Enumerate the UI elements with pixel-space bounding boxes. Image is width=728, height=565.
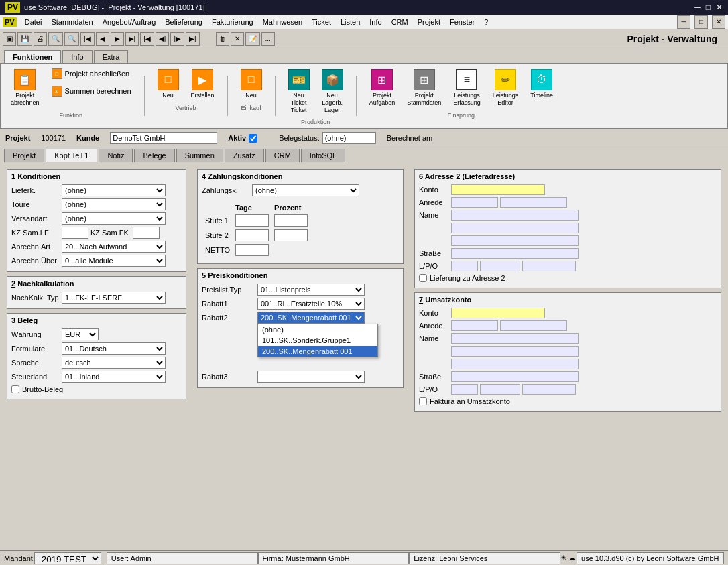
tab-zusatz[interactable]: Zusatz bbox=[225, 149, 264, 162]
tab-projekt[interactable]: Projekt bbox=[4, 149, 44, 162]
nav-btn-first[interactable]: |◀ bbox=[80, 32, 95, 46]
umsat-anrede-input1[interactable] bbox=[451, 320, 498, 331]
abrechn-ueber-select[interactable]: 0...alle Module bbox=[62, 255, 166, 267]
btn-neu-einkauf[interactable]: □ Neu bbox=[236, 66, 267, 102]
tab-notiz[interactable]: Notiz bbox=[99, 149, 133, 162]
steuerland-select[interactable]: 01...Inland bbox=[62, 371, 166, 383]
umsat-lpo-input1[interactable] bbox=[451, 384, 478, 395]
toure-select[interactable]: (ohne) bbox=[62, 198, 166, 210]
nav-btn-8[interactable]: ▶| bbox=[186, 32, 200, 46]
preislist-select[interactable]: 01...Listenpreis bbox=[257, 284, 365, 296]
btn-neu-lager[interactable]: 📦 NeuLagerb.Lager bbox=[317, 66, 348, 116]
formulare-select[interactable]: 01...Deutsch bbox=[62, 342, 166, 355]
inner-close[interactable]: ✕ bbox=[712, 15, 725, 29]
menu-angebot[interactable]: Angebot/Auftrag bbox=[99, 17, 160, 27]
minimize-button[interactable]: ─ bbox=[694, 3, 701, 12]
addr2-name-input3[interactable] bbox=[451, 235, 579, 246]
tab-summen[interactable]: Summen bbox=[176, 149, 223, 162]
umsat-konto-input[interactable] bbox=[451, 308, 545, 318]
waehrung-select[interactable]: EUR bbox=[62, 328, 99, 340]
aktiv-checkbox[interactable] bbox=[249, 134, 257, 143]
nav-btn-3[interactable]: 🖨 bbox=[34, 32, 47, 46]
menu-help[interactable]: ? bbox=[480, 17, 492, 27]
btn-leistungs-editor[interactable]: ✏ LeistungsEditor bbox=[488, 66, 524, 109]
nav-btn-x[interactable]: ✕ bbox=[231, 32, 244, 46]
close-button[interactable]: ✕ bbox=[716, 3, 723, 12]
stufe2-prozent[interactable] bbox=[274, 229, 308, 241]
stufe2-tage[interactable] bbox=[235, 229, 269, 241]
menu-datei[interactable]: Datei bbox=[21, 17, 46, 27]
maximize-button[interactable]: □ bbox=[706, 3, 711, 12]
menu-ticket[interactable]: Ticket bbox=[308, 17, 335, 27]
kz-samlf-input[interactable] bbox=[62, 227, 88, 239]
nav-btn-2[interactable]: 💾 bbox=[17, 32, 32, 46]
dropdown-item-ohne[interactable]: (ohne) bbox=[258, 324, 377, 335]
dropdown-item-mengen[interactable]: 200..SK..Mengenrabatt 001 bbox=[258, 346, 377, 357]
menu-crm[interactable]: CRM bbox=[387, 17, 412, 27]
menu-fenster[interactable]: Fenster bbox=[446, 17, 479, 27]
btn-projekt-stammdaten[interactable]: ⊞ ProjektStammdaten bbox=[402, 66, 446, 109]
tab-infosql[interactable]: InfoSQL bbox=[301, 149, 345, 162]
btn-projekt-abrechnen[interactable]: 📋 Projektabrechnen bbox=[6, 66, 44, 109]
nav-btn-7[interactable]: |▶ bbox=[170, 32, 184, 46]
addr2-konto-input[interactable] bbox=[451, 184, 545, 195]
inner-maximize[interactable]: □ bbox=[694, 15, 708, 29]
nav-btn-6[interactable]: ◀| bbox=[156, 32, 170, 46]
tab-funktionen[interactable]: Funktionen bbox=[4, 50, 61, 63]
addr2-lpo-input2[interactable] bbox=[480, 261, 520, 271]
tab-kopf-teil1[interactable]: Kopf Teil 1 bbox=[46, 149, 97, 162]
tab-belege[interactable]: Belege bbox=[134, 149, 174, 162]
nav-btn-delete[interactable]: 🗑 bbox=[216, 32, 229, 46]
nav-btn-more[interactable]: ... bbox=[261, 32, 275, 46]
menu-stammdaten[interactable]: Stammdaten bbox=[47, 17, 97, 27]
umsat-lpo-input3[interactable] bbox=[522, 384, 576, 395]
dropdown-item-sonderk[interactable]: 101..SK..Sonderk.Gruppe1 bbox=[258, 335, 377, 346]
nav-btn-5[interactable]: |◀ bbox=[140, 32, 154, 46]
tab-extra[interactable]: Extra bbox=[94, 50, 129, 63]
umsat-strasse-input[interactable] bbox=[451, 371, 579, 382]
addr2-name-input1[interactable] bbox=[451, 210, 579, 221]
stufe1-prozent[interactable] bbox=[274, 214, 308, 227]
btn-projekt-aufgaben[interactable]: ⊞ ProjektAufgaben bbox=[365, 66, 400, 109]
kunde-input[interactable] bbox=[110, 132, 217, 144]
lieferung-checkbox[interactable] bbox=[419, 274, 427, 282]
btn-neu-vertrieb[interactable]: □ Neu bbox=[153, 66, 184, 102]
versandart-select[interactable]: (ohne) bbox=[62, 212, 166, 225]
stufe1-tage[interactable] bbox=[235, 214, 269, 227]
nav-btn-edit[interactable]: 📝 bbox=[245, 32, 260, 46]
nav-btn-1[interactable]: ▣ bbox=[3, 32, 16, 46]
addr2-anrede-input2[interactable] bbox=[500, 197, 567, 208]
tab-info[interactable]: Info bbox=[62, 50, 92, 63]
nav-btn-next[interactable]: ▶ bbox=[111, 32, 124, 46]
btn-erstellen[interactable]: ▶ Erstellen bbox=[186, 66, 219, 102]
umsat-name-input3[interactable] bbox=[451, 359, 579, 369]
umsat-anrede-input2[interactable] bbox=[500, 320, 567, 331]
faktura-checkbox[interactable] bbox=[419, 397, 427, 405]
nav-btn-prev[interactable]: ◀ bbox=[96, 32, 109, 46]
addr2-name-input2[interactable] bbox=[451, 223, 579, 233]
rabatt3-select[interactable] bbox=[257, 371, 365, 383]
menu-info[interactable]: Info bbox=[365, 17, 385, 27]
addr2-lpo-input1[interactable] bbox=[451, 261, 478, 271]
rabatt2-select[interactable]: 200..SK..Mengenrabatt 001 bbox=[257, 312, 365, 324]
menu-fakturierung[interactable]: Fakturierung bbox=[208, 17, 257, 27]
nav-btn-last[interactable]: ▶| bbox=[125, 32, 139, 46]
menu-belieferung[interactable]: Belieferung bbox=[161, 17, 206, 27]
menu-mahnwesen[interactable]: Mahnwesen bbox=[259, 17, 306, 27]
nachkalk-select[interactable]: 1...FK-LF-LSERF bbox=[62, 292, 166, 304]
umsat-name-input1[interactable] bbox=[451, 333, 579, 344]
nav-btn-search2[interactable]: 🔍 bbox=[64, 32, 79, 46]
tab-crm[interactable]: CRM bbox=[265, 149, 300, 162]
inner-minimize[interactable]: ─ bbox=[677, 15, 690, 29]
netto-tage[interactable] bbox=[235, 244, 269, 256]
kz-samfk-input[interactable] bbox=[133, 227, 160, 239]
btn-projekt-abschliessen[interactable]: □ Projekt abschließen bbox=[47, 66, 136, 81]
rabatt1-select[interactable]: 001..RL..Ersatzteile 10% bbox=[257, 298, 365, 310]
abrechn-art-select[interactable]: 20...Nach Aufwand bbox=[62, 241, 166, 253]
nav-btn-search[interactable]: 🔍 bbox=[48, 32, 63, 46]
zahlungsk-select[interactable]: (ohne) bbox=[252, 184, 359, 196]
sprache-select[interactable]: deutsch bbox=[62, 357, 166, 369]
lieferk-select[interactable]: (ohne) bbox=[62, 184, 166, 196]
addr2-strasse-input[interactable] bbox=[451, 248, 579, 259]
addr2-lpo-input3[interactable] bbox=[522, 261, 576, 271]
